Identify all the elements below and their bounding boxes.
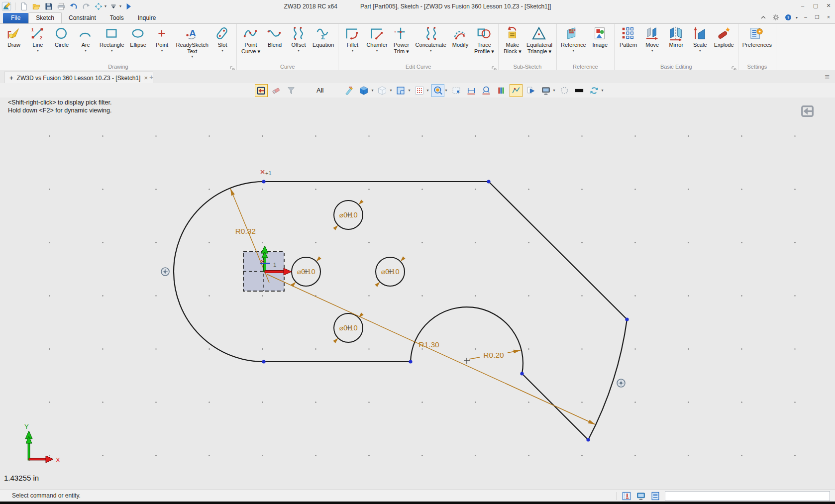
dimension-label[interactable]: R0.32: [235, 227, 256, 235]
customize-quick-access-caret[interactable]: ▾: [119, 4, 121, 8]
zoom-window-button[interactable]: [431, 84, 444, 97]
menu-tab-constraint[interactable]: Constraint: [62, 13, 103, 23]
collapse-ribbon-icon[interactable]: [759, 13, 767, 21]
ribbon-button-blend[interactable]: Blend: [263, 25, 287, 53]
customize-quick-access-button[interactable]: [108, 1, 119, 12]
command-input[interactable]: [665, 491, 830, 501]
doc-list-icon[interactable]: [650, 491, 660, 501]
shaded-display-caret[interactable]: ▾: [371, 88, 373, 93]
ribbon-button-explode[interactable]: Explode: [712, 25, 736, 53]
dimension-label[interactable]: R0.20: [483, 351, 504, 359]
doc-close-button[interactable]: ×: [825, 14, 832, 21]
window-select-button[interactable]: [450, 84, 463, 97]
redo-button[interactable]: [81, 1, 92, 12]
dialog-launcher-icon[interactable]: [731, 64, 736, 69]
dim-linear-button[interactable]: [465, 84, 478, 97]
refresh-view-button[interactable]: [588, 84, 601, 97]
app-logo-button[interactable]: [1, 1, 12, 12]
ribbon-button-concatenate[interactable]: Concatenate▾: [414, 25, 448, 53]
restore-button[interactable]: ▢: [811, 1, 820, 9]
grid-settings-button[interactable]: [413, 84, 426, 97]
ribbon-button-image[interactable]: Image: [588, 25, 612, 53]
ribbon-button-ellipse[interactable]: Ellipse: [126, 25, 150, 53]
ribbon-button-draw[interactable]: Draw: [2, 25, 26, 53]
dropdown-caret[interactable]: ▾: [651, 48, 653, 53]
color-bars-button[interactable]: [495, 84, 508, 97]
dropdown-caret[interactable]: ▾: [298, 48, 300, 53]
zoom-window-caret[interactable]: ▾: [445, 88, 447, 93]
ribbon-button-mirror[interactable]: Mirror: [664, 25, 688, 53]
display-monitor-icon[interactable]: [636, 491, 646, 501]
dropdown-caret[interactable]: ▾: [85, 48, 87, 53]
ribbon-button-circle[interactable]: Circle: [50, 25, 74, 53]
dropdown-caret[interactable]: ▾: [111, 48, 113, 53]
help-icon[interactable]: ?: [784, 13, 792, 21]
ribbon-button-point[interactable]: Point▾: [150, 25, 174, 53]
undo-button[interactable]: [68, 1, 79, 12]
ribbon-button-reference[interactable]: REFReference▾: [559, 25, 588, 53]
display-mode-caret[interactable]: ▾: [553, 88, 555, 93]
constraint-icon[interactable]: [161, 268, 169, 276]
profile-outline[interactable]: [174, 182, 627, 440]
play-macro-button[interactable]: [123, 1, 134, 12]
view-orient-caret[interactable]: ▾: [104, 4, 106, 8]
pick-filter-button[interactable]: [285, 84, 298, 97]
ribbon-button-equilateral-triangle[interactable]: EquilateralTriangle ▾: [524, 25, 554, 59]
ribbon-button-offset[interactable]: Offset▾: [287, 25, 311, 53]
dialog-launcher-icon[interactable]: [492, 64, 497, 69]
ribbon-button-preferences[interactable]: Preferences: [740, 25, 774, 53]
ribbon-button-point-curve[interactable]: PointCurve ▾: [239, 25, 263, 59]
measure-tool-icon[interactable]: [622, 491, 631, 501]
constraint-icon[interactable]: [617, 379, 625, 387]
hole-circle[interactable]: ⌀0.10: [375, 256, 405, 287]
ribbon-button-line[interactable]: 12Line▾: [26, 25, 50, 53]
hole-circle[interactable]: ⌀0.10: [333, 312, 363, 343]
menu-tab-inquire[interactable]: Inquire: [131, 13, 163, 23]
xy-pencil-button[interactable]: xy: [342, 84, 355, 97]
dimension-label[interactable]: R1.30: [418, 340, 439, 349]
exit-sketch-ghost-icon[interactable]: [800, 103, 815, 118]
dropdown-caret[interactable]: ▾: [351, 48, 353, 53]
wireframe-display-caret[interactable]: ▾: [390, 88, 392, 93]
dropdown-caret[interactable]: ▾: [430, 48, 432, 53]
view-plane-button[interactable]: [394, 84, 407, 97]
sketch-vertex-point[interactable]: [262, 360, 265, 363]
ribbon-button-arc[interactable]: Arc▾: [74, 25, 98, 53]
new-file-button[interactable]: [18, 1, 29, 12]
sketch-vertex-point[interactable]: [586, 438, 590, 441]
diameter-dimension-label[interactable]: ⌀0.10: [339, 211, 358, 219]
doc-restore-button[interactable]: ❐: [814, 14, 821, 21]
sketch-canvas[interactable]: <Shift-right-click> to display pick filt…: [0, 98, 835, 490]
view-plane-caret[interactable]: ▾: [408, 88, 410, 93]
ribbon-button-modify[interactable]: Modify: [448, 25, 472, 53]
display-mode-button[interactable]: [539, 84, 552, 97]
menu-tab-sketch[interactable]: Sketch: [28, 12, 62, 23]
diameter-dimension-label[interactable]: ⌀0.10: [339, 324, 358, 332]
dropdown-caret[interactable]: ▾: [221, 48, 223, 53]
radial-dimension[interactable]: R0.20: [469, 350, 521, 359]
tab-list-icon[interactable]: ☰: [825, 74, 830, 81]
polyline-pick-button[interactable]: [510, 84, 522, 97]
tab-close-icon[interactable]: ×: [144, 74, 148, 82]
help-dropdown-caret[interactable]: ▾: [796, 15, 798, 20]
menu-tab-tools[interactable]: Tools: [103, 13, 131, 23]
shaded-display-button[interactable]: [357, 84, 370, 97]
black-swatch-button[interactable]: [573, 84, 586, 97]
hole-circle[interactable]: ⌀0.10: [333, 200, 363, 230]
sketch-vertex-point[interactable]: [520, 372, 523, 375]
dropdown-caret[interactable]: ▾: [161, 48, 163, 53]
diameter-dimension-label[interactable]: ⌀0.10: [297, 268, 315, 276]
dialog-launcher-icon[interactable]: [230, 64, 235, 69]
ribbon-button-pattern[interactable]: Pattern: [617, 25, 640, 53]
menu-tab-file[interactable]: File: [3, 13, 28, 23]
dropdown-caret[interactable]: ▾: [191, 54, 193, 59]
ribbon-button-scale[interactable]: Scale▾: [688, 25, 712, 53]
radial-dimension[interactable]: R1.30: [267, 274, 595, 424]
save-file-button[interactable]: [43, 1, 54, 12]
dim-diameter-button[interactable]: [480, 84, 493, 97]
dropdown-caret[interactable]: ▾: [37, 48, 39, 53]
ribbon-button-fillet[interactable]: Fillet▾: [340, 25, 364, 53]
sketch-drawing[interactable]: ⌀0.10⌀0.10⌀0.10⌀0.10R0.32R1.30R0.20+11YX: [0, 98, 835, 490]
sketch-vertex-point[interactable]: [625, 317, 628, 321]
sketch-vertex-point[interactable]: [262, 180, 265, 183]
